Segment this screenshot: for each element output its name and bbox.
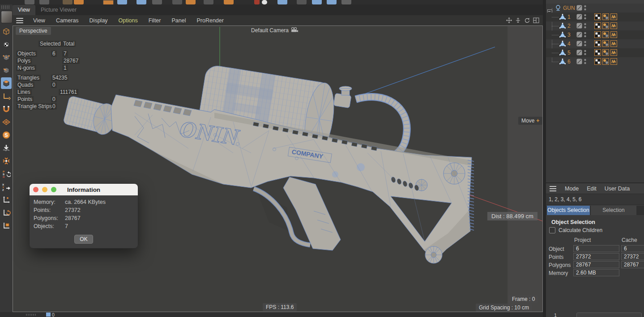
object-label[interactable]: GUN: [563, 5, 575, 11]
object-row[interactable]: 1: [546, 13, 644, 21]
object-row[interactable]: 2: [546, 21, 644, 30]
drop-to-floor-icon[interactable]: [1, 142, 12, 154]
edit-toggle-icon[interactable]: [576, 23, 582, 29]
timeline-grip[interactable]: [26, 314, 36, 316]
object-label[interactable]: 2: [567, 23, 571, 29]
toolbar-icon[interactable]: [254, 0, 260, 4]
zoom-view-icon[interactable]: [515, 17, 521, 23]
menu-options[interactable]: Options: [113, 16, 143, 25]
toolbar-icon[interactable]: [136, 0, 146, 4]
edit-toggle-icon[interactable]: [576, 5, 582, 11]
texture-tag-icon[interactable]: [594, 49, 601, 56]
ok-button[interactable]: OK: [74, 235, 93, 244]
tab-objects-selection[interactable]: Objects Selection: [547, 206, 590, 215]
tab-selection[interactable]: Selection: [591, 206, 636, 215]
axis-move-icon[interactable]: [1, 194, 12, 206]
timeline-frame-field[interactable]: [576, 313, 642, 317]
object-label[interactable]: 3: [567, 32, 571, 38]
calculate-children-checkbox[interactable]: [549, 227, 555, 233]
panel-divider[interactable]: [543, 0, 546, 317]
menu-filter[interactable]: Filter: [143, 16, 166, 25]
visibility-dots-icon[interactable]: [584, 59, 587, 64]
attributes-burger-icon[interactable]: [550, 186, 556, 191]
toolbar-icon[interactable]: [117, 0, 127, 4]
psr-transfer-icon[interactable]: PSR: [1, 168, 12, 180]
dialog-titlebar[interactable]: Information: [30, 184, 138, 195]
smoothing-tag-icon[interactable]: [602, 22, 609, 29]
tab-view[interactable]: View: [13, 5, 35, 15]
palette-grip[interactable]: [1, 5, 10, 9]
object-label[interactable]: 6: [567, 59, 571, 65]
phong-tag-icon[interactable]: [610, 13, 617, 20]
toolbar-icon[interactable]: [297, 0, 307, 4]
toolbar-icon[interactable]: [172, 0, 182, 4]
toolbar-icon[interactable]: [39, 0, 49, 4]
visibility-dots-icon[interactable]: [584, 50, 587, 55]
menu-panel[interactable]: Panel: [166, 16, 191, 25]
smoothing-tag-icon[interactable]: [602, 13, 609, 20]
viewport-menu-burger-icon[interactable]: [16, 18, 23, 23]
toolbar-icon[interactable]: [152, 0, 162, 4]
visibility-dots-icon[interactable]: [584, 32, 587, 38]
tab-picture-viewer[interactable]: Picture Viewer: [35, 5, 82, 15]
polygon-mode-icon[interactable]: [1, 77, 12, 89]
object-row[interactable]: 4: [546, 39, 644, 48]
visibility-dots-icon[interactable]: [584, 14, 587, 20]
point-mode-icon[interactable]: [1, 51, 12, 63]
toolbar-icon[interactable]: [341, 0, 351, 4]
phong-tag-icon[interactable]: [610, 58, 617, 65]
attr-menu-edit[interactable]: Edit: [583, 185, 601, 193]
object-row[interactable]: 5: [546, 48, 644, 57]
texture-tag-icon[interactable]: [594, 22, 601, 29]
toolbar-icon[interactable]: [262, 0, 267, 4]
menu-view[interactable]: View: [28, 16, 51, 25]
toolbar-icon[interactable]: [186, 0, 196, 4]
phong-tag-icon[interactable]: [610, 22, 617, 29]
visibility-dots-icon[interactable]: [584, 23, 587, 29]
menu-cameras[interactable]: Cameras: [51, 16, 84, 25]
object-label[interactable]: 5: [567, 50, 571, 56]
attr-menu-mode[interactable]: Mode: [561, 185, 583, 193]
workplane-icon[interactable]: [1, 116, 12, 128]
edit-toggle-icon[interactable]: [576, 50, 582, 55]
toolbar-icon[interactable]: [327, 0, 337, 4]
attr-menu-userdata[interactable]: User Data: [601, 185, 634, 193]
toolbar-icon[interactable]: [204, 0, 213, 4]
object-row-gun[interactable]: GUN: [546, 4, 644, 13]
toggle-view-layout-icon[interactable]: [533, 17, 539, 23]
snap-icon[interactable]: [1, 103, 12, 115]
axis-scale-icon[interactable]: [1, 220, 12, 232]
smoothing-tag-icon[interactable]: [602, 31, 609, 38]
projection-label[interactable]: Perspective: [16, 27, 51, 35]
camera-label[interactable]: Default Camera: [251, 27, 298, 34]
enable-axis-icon[interactable]: [1, 90, 12, 102]
smoothing-tag-icon[interactable]: [602, 40, 609, 47]
object-row[interactable]: 6: [546, 57, 644, 66]
toolbar-icon[interactable]: [74, 0, 84, 4]
toolbar-icon[interactable]: [63, 0, 73, 4]
smoothing-tag-icon[interactable]: [602, 58, 609, 65]
tool-preview-thumbnail[interactable]: [1, 11, 13, 23]
toolbar-icon[interactable]: [25, 0, 34, 4]
visibility-dots-icon[interactable]: [584, 41, 587, 46]
xyz-axis-icon[interactable]: XYZ: [1, 181, 12, 193]
edit-toggle-icon[interactable]: [576, 14, 582, 20]
visibility-dots-icon[interactable]: [584, 5, 587, 11]
object-row[interactable]: 3: [546, 30, 644, 39]
texture-tag-icon[interactable]: [594, 40, 601, 47]
menu-prorender[interactable]: ProRender: [191, 16, 229, 25]
pan-view-icon[interactable]: [506, 17, 512, 23]
phong-tag-icon[interactable]: [610, 49, 617, 56]
texture-tag-icon[interactable]: [594, 58, 601, 65]
toolbar-icon[interactable]: [277, 0, 287, 4]
toolbar-icon[interactable]: [312, 0, 322, 4]
phong-tag-icon[interactable]: [610, 40, 617, 47]
s-badge-icon[interactable]: S: [1, 129, 12, 141]
edit-toggle-icon[interactable]: [576, 32, 582, 38]
timeline-marker[interactable]: [46, 313, 51, 317]
edit-toggle-icon[interactable]: [576, 59, 582, 64]
center-axis-icon[interactable]: [1, 155, 12, 167]
edit-toggle-icon[interactable]: [576, 41, 582, 46]
menu-display[interactable]: Display: [84, 16, 113, 25]
toolbar-icon[interactable]: [103, 0, 114, 4]
